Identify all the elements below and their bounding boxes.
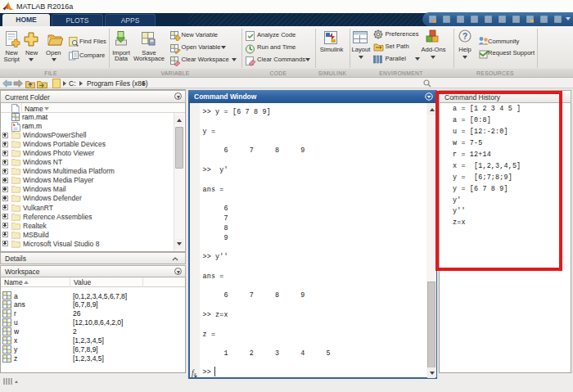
svg-text:?: ? xyxy=(462,32,467,41)
